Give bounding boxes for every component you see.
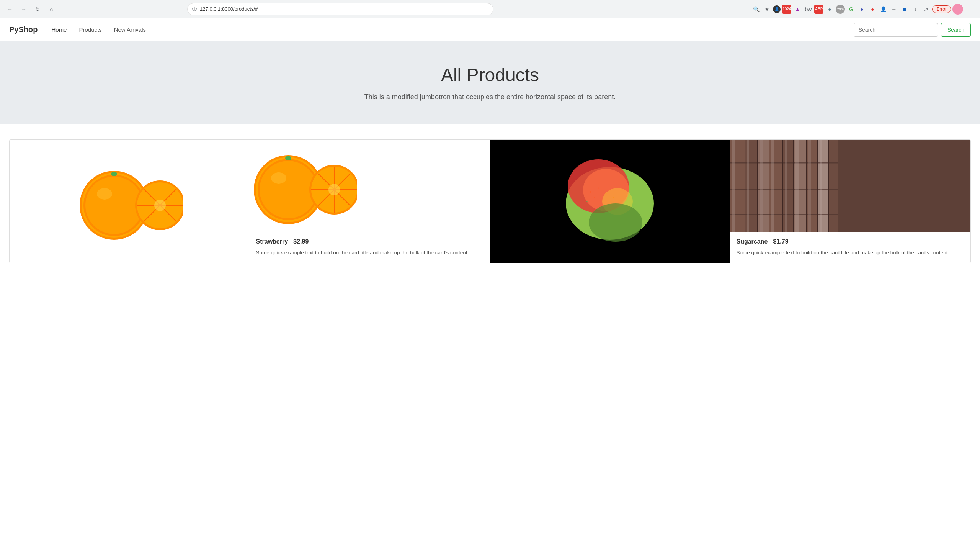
products-section: Orange - $1.99 Some quick example text t… bbox=[0, 124, 980, 278]
star-icon[interactable]: ★ bbox=[762, 5, 771, 14]
ext-8[interactable]: G bbox=[846, 5, 856, 14]
search-input[interactable] bbox=[854, 23, 938, 37]
ext-15[interactable]: ↗ bbox=[921, 5, 931, 14]
svg-rect-52 bbox=[732, 140, 735, 232]
svg-rect-59 bbox=[820, 140, 822, 232]
browser-toolbar: 🔍 ★ 👤 1024 ▲ bw ABP ● 29m G ● ● 👤 → ■ ↓ … bbox=[751, 4, 975, 15]
svg-rect-19 bbox=[287, 156, 289, 160]
products-grid: Orange - $1.99 Some quick example text t… bbox=[9, 139, 971, 263]
ext-1[interactable]: 👤 bbox=[773, 5, 781, 13]
ext-7[interactable]: 29m bbox=[836, 5, 845, 14]
jumbotron: All Products This is a modified jumbotro… bbox=[0, 41, 980, 124]
svg-rect-48 bbox=[828, 140, 838, 232]
browser-menu-button[interactable]: ⋮ bbox=[965, 4, 975, 15]
address-bar[interactable]: ⓘ 127.0.0.1:8000/products/# bbox=[187, 3, 493, 15]
svg-rect-42 bbox=[758, 140, 770, 232]
search-button[interactable]: Search bbox=[941, 23, 971, 37]
svg-point-17 bbox=[260, 161, 317, 218]
product-body-strawberry: Strawberry - $2.99 Some quick example te… bbox=[250, 232, 490, 263]
svg-rect-53 bbox=[747, 140, 749, 232]
nav-new-arrivals[interactable]: New Arrivals bbox=[108, 18, 152, 41]
nav-products[interactable]: Products bbox=[73, 18, 108, 41]
product-card-sugarcane[interactable]: Sugarcane - $1.79 Some quick example tex… bbox=[730, 140, 971, 263]
svg-rect-54 bbox=[760, 140, 763, 232]
product-desc-sugarcane: Some quick example text to build on the … bbox=[737, 249, 965, 257]
svg-rect-57 bbox=[795, 140, 799, 232]
svg-point-13 bbox=[97, 188, 112, 200]
product-image-mango bbox=[490, 140, 730, 263]
product-card-orange[interactable]: Orange - $1.99 Some quick example text t… bbox=[10, 140, 250, 263]
svg-rect-56 bbox=[785, 140, 787, 232]
product-image-orange bbox=[10, 140, 250, 263]
error-badge[interactable]: Error bbox=[932, 5, 951, 13]
svg-rect-58 bbox=[808, 140, 811, 232]
jumbotron-title: All Products bbox=[15, 64, 965, 85]
product-desc-strawberry: Some quick example text to build on the … bbox=[256, 249, 484, 257]
product-image-strawberry bbox=[250, 140, 490, 232]
profile-avatar[interactable] bbox=[952, 4, 963, 15]
svg-point-26 bbox=[328, 184, 340, 195]
svg-point-12 bbox=[154, 200, 166, 211]
navbar-brand[interactable]: PyShop bbox=[9, 25, 38, 34]
svg-rect-47 bbox=[818, 140, 829, 232]
product-body-sugarcane: Sugarcane - $1.79 Some quick example tex… bbox=[730, 232, 971, 263]
ext-2[interactable]: 1024 bbox=[782, 5, 791, 14]
svg-point-37 bbox=[594, 197, 595, 198]
svg-rect-44 bbox=[783, 140, 794, 232]
browser-chrome: ← → ↻ ⌂ ⓘ 127.0.0.1:8000/products/# 🔍 ★ … bbox=[0, 0, 980, 18]
svg-rect-5 bbox=[113, 172, 115, 176]
product-card-mango[interactable]: Mango - $1.59 Some quick example text to… bbox=[490, 140, 730, 263]
product-image-sugarcane bbox=[730, 140, 971, 232]
ext-14[interactable]: ↓ bbox=[911, 5, 920, 14]
svg-point-33 bbox=[590, 191, 591, 193]
svg-point-27 bbox=[271, 172, 286, 184]
product-card-strawberry[interactable]: Strawberry - $2.99 Some quick example te… bbox=[250, 140, 490, 263]
ext-12[interactable]: → bbox=[889, 5, 898, 14]
search-ext-icon[interactable]: 🔍 bbox=[751, 5, 761, 14]
svg-point-36 bbox=[613, 197, 614, 198]
navbar: PyShop Home Products New Arrivals Search bbox=[0, 18, 980, 41]
svg-rect-46 bbox=[806, 140, 818, 232]
ext-11[interactable]: 👤 bbox=[879, 5, 888, 14]
ext-3[interactable]: ▲ bbox=[793, 5, 802, 14]
navbar-search: Search bbox=[854, 23, 971, 37]
back-button[interactable]: ← bbox=[5, 4, 15, 15]
ext-10[interactable]: ● bbox=[868, 5, 877, 14]
svg-rect-55 bbox=[771, 140, 774, 232]
ext-5[interactable]: ABP bbox=[814, 5, 823, 14]
lock-icon: ⓘ bbox=[192, 6, 197, 12]
svg-point-38 bbox=[586, 201, 588, 202]
svg-point-3 bbox=[85, 177, 143, 234]
ext-13[interactable]: ■ bbox=[900, 5, 909, 14]
product-title-sugarcane: Sugarcane - $1.79 bbox=[737, 238, 965, 245]
product-title-strawberry: Strawberry - $2.99 bbox=[256, 238, 484, 245]
svg-point-34 bbox=[598, 187, 599, 188]
forward-button[interactable]: → bbox=[18, 4, 29, 15]
home-button[interactable]: ⌂ bbox=[46, 4, 57, 15]
ext-4[interactable]: bw bbox=[804, 5, 813, 14]
jumbotron-subtitle: This is a modified jumbotron that occupi… bbox=[15, 93, 965, 101]
url-text: 127.0.0.1:8000/products/# bbox=[200, 6, 488, 12]
ext-6[interactable]: ● bbox=[825, 5, 834, 14]
svg-point-39 bbox=[589, 203, 642, 242]
ext-9[interactable]: ● bbox=[857, 5, 866, 14]
reload-button[interactable]: ↻ bbox=[32, 4, 43, 15]
svg-point-35 bbox=[606, 193, 607, 194]
navbar-nav: Home Products New Arrivals bbox=[45, 18, 853, 41]
nav-home[interactable]: Home bbox=[45, 18, 73, 41]
